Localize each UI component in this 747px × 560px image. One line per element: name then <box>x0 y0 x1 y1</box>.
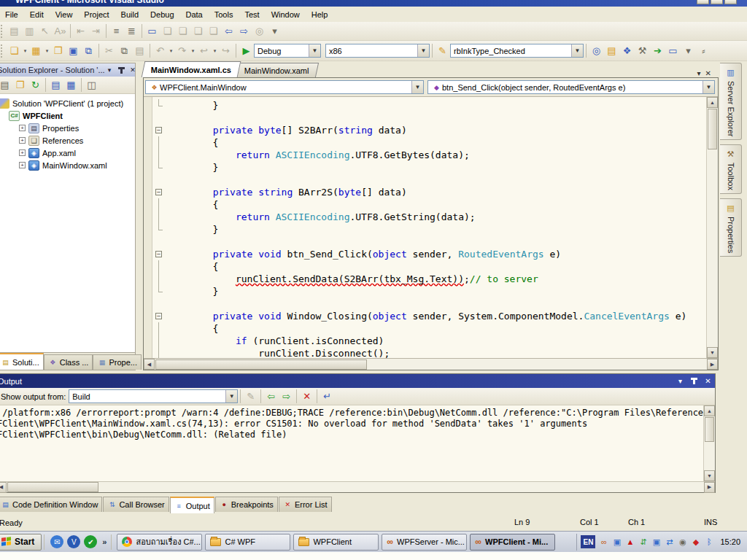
taskbar-button[interactable]: ∞WPFServer - Mic... <box>382 534 467 551</box>
tab-call-browser[interactable]: ⇅Call Browser <box>103 497 169 512</box>
outline-margin[interactable] <box>152 174 167 186</box>
taskbar-button[interactable]: C# WPF <box>205 534 290 551</box>
tab-output[interactable]: ≡Output <box>170 497 214 513</box>
toolbar-dropdown-icon[interactable]: ▾ <box>681 43 696 58</box>
outline-margin[interactable] <box>152 161 167 174</box>
chevron-down-icon[interactable]: ▼ <box>411 81 423 93</box>
expand-plus-icon[interactable]: + <box>19 137 26 144</box>
chevron-down-icon[interactable]: ▾ <box>44 43 50 58</box>
chevron-down-icon[interactable]: ▼ <box>309 44 320 57</box>
find-message-icon[interactable]: ✎ <box>243 389 258 404</box>
expand-plus-icon[interactable]: + <box>19 149 26 156</box>
clear-bookmarks-icon[interactable]: ◎ <box>252 23 267 39</box>
bookmark-folder-prev-icon[interactable]: ❏ <box>190 23 206 39</box>
toolbar-overflow-icon[interactable]: ▾ <box>267 23 282 39</box>
scrollbar-thumb[interactable] <box>705 417 714 442</box>
close-icon[interactable]: ✕ <box>128 66 135 75</box>
toolbar-grip[interactable] <box>1 25 4 38</box>
refresh-icon[interactable]: ↻ <box>28 77 43 93</box>
decrease-indent-icon[interactable]: ⇤ <box>73 23 88 39</box>
scrollbar-thumb[interactable] <box>155 359 367 370</box>
quick-launch-overflow-chevron[interactable]: » <box>102 537 107 546</box>
outline-margin[interactable] <box>152 198 167 211</box>
next-bookmark-doc-icon[interactable]: ⇨ <box>236 23 252 39</box>
collapse-region-icon[interactable]: − <box>155 251 162 257</box>
paste-icon[interactable]: ▤ <box>132 43 147 58</box>
chevron-down-icon[interactable]: ▼ <box>417 44 429 57</box>
toggle-bookmark-icon[interactable]: ▭ <box>144 23 160 39</box>
new-project-icon[interactable]: ❏ <box>7 43 22 58</box>
solution-explorer-titlebar[interactable]: Solution Explorer - Solution '... ▾ ✕ <box>0 63 135 77</box>
tab-server-explorer[interactable]: ▥Server Explorer <box>720 63 742 140</box>
output-text[interactable]: /platform:x86 /errorreport:prompt /warn:… <box>0 405 703 481</box>
collapse-region-icon[interactable]: − <box>155 189 162 195</box>
tab-prope-[interactable]: ▦Prope... <box>93 354 142 370</box>
editor-horizontal-scrollbar[interactable]: ◀ ▶ <box>144 358 718 370</box>
outline-margin[interactable] <box>152 236 167 248</box>
platform-dropdown[interactable]: x86▼ <box>325 44 430 58</box>
previous-message-icon[interactable]: ⇦ <box>263 389 279 404</box>
parameter-info-icon[interactable]: ▥ <box>22 23 37 39</box>
collapse-region-icon[interactable]: − <box>155 313 162 319</box>
auto-hide-pin-icon[interactable] <box>689 376 699 386</box>
title-bar[interactable]: WPFClient - Microsoft Visual Studio <box>0 0 747 7</box>
output-source-dropdown[interactable]: Build ▼ <box>69 389 238 403</box>
copy-icon[interactable]: ⧉ <box>117 43 132 58</box>
window-menu-icon[interactable]: ▾ <box>676 376 685 386</box>
increase-indent-icon[interactable]: ⇥ <box>88 23 104 39</box>
messenger-icon[interactable]: ✉ <box>50 535 63 548</box>
outline-margin[interactable] <box>152 285 167 298</box>
navigate-backward-icon[interactable]: ↩ <box>196 43 212 58</box>
comment-lines-icon[interactable]: ≡ <box>109 23 124 39</box>
quick-info-icon[interactable]: ↖ <box>37 23 53 39</box>
se-properties-icon[interactable]: ▤ <box>0 77 12 93</box>
toolbar-grip[interactable] <box>1 44 4 58</box>
taskbar-button[interactable]: WPFClient <box>293 534 379 551</box>
object-browser-icon[interactable]: ❖ <box>619 43 635 58</box>
chevron-down-icon[interactable]: ▾ <box>168 43 174 58</box>
start-button[interactable]: Start <box>0 534 42 551</box>
window-menu-icon[interactable]: ▾ <box>105 66 115 75</box>
previous-bookmark-icon[interactable]: ❏ <box>160 23 175 39</box>
outline-margin[interactable] <box>152 112 167 124</box>
adobe-reader-icon[interactable]: ▲ <box>624 537 635 548</box>
scrollbar-thumb[interactable] <box>7 482 98 492</box>
outline-margin[interactable] <box>152 322 167 335</box>
toolbar-overflow-icon[interactable]: ⸗ <box>696 43 711 58</box>
find-combo[interactable]: rbInkType_Checked▼ <box>450 44 584 58</box>
menu-help[interactable]: Help <box>306 8 334 21</box>
menu-edit[interactable]: Edit <box>24 8 50 21</box>
chevron-down-icon[interactable]: ▾ <box>22 43 28 58</box>
active-files-dropdown-icon[interactable]: ▾ <box>697 69 701 77</box>
collapse-region-icon[interactable]: − <box>155 127 162 133</box>
menu-view[interactable]: View <box>50 8 79 21</box>
close-icon[interactable]: ✕ <box>703 376 713 386</box>
scroll-down-icon[interactable]: ▼ <box>707 347 718 358</box>
chevron-down-icon[interactable]: ▼ <box>703 81 714 93</box>
properties-window-icon[interactable]: ▤ <box>604 43 619 58</box>
outline-margin[interactable] <box>152 99 167 112</box>
chevron-down-icon[interactable]: ▾ <box>212 43 218 58</box>
save-icon[interactable]: ▣ <box>66 43 81 58</box>
start-page-icon[interactable]: ➔ <box>650 43 665 58</box>
redo-icon[interactable]: ↷ <box>174 43 190 58</box>
document-tab[interactable]: MainWindow.xaml <box>235 63 319 77</box>
configuration-dropdown[interactable]: Debug▼ <box>254 44 321 58</box>
output-vertical-scrollbar[interactable]: ▲ ▼ <box>703 405 715 481</box>
outline-margin[interactable] <box>152 347 167 358</box>
tab-toolbox[interactable]: ⚒Toolbox <box>720 144 742 194</box>
tab-code-definition-window[interactable]: ▤Code Definition Window <box>0 497 102 512</box>
chevron-down-icon[interactable]: ▼ <box>225 390 237 402</box>
scroll-left-icon[interactable]: ◀ <box>144 359 155 370</box>
expand-plus-icon[interactable]: + <box>19 125 26 131</box>
outline-margin[interactable] <box>152 136 167 149</box>
types-dropdown[interactable]: ❖ WPFClient.MainWindow ▼ <box>145 80 424 94</box>
outline-margin[interactable] <box>152 149 167 161</box>
close-button[interactable] <box>724 0 737 4</box>
chevron-down-icon[interactable]: ▾ <box>190 43 196 58</box>
word-wrap-icon[interactable]: ↵ <box>320 389 335 404</box>
open-file-icon[interactable]: ❐ <box>50 43 66 58</box>
next-message-icon[interactable]: ⇨ <box>279 389 294 404</box>
uncomment-lines-icon[interactable]: ≣ <box>124 23 139 39</box>
menu-project[interactable]: Project <box>78 8 115 21</box>
